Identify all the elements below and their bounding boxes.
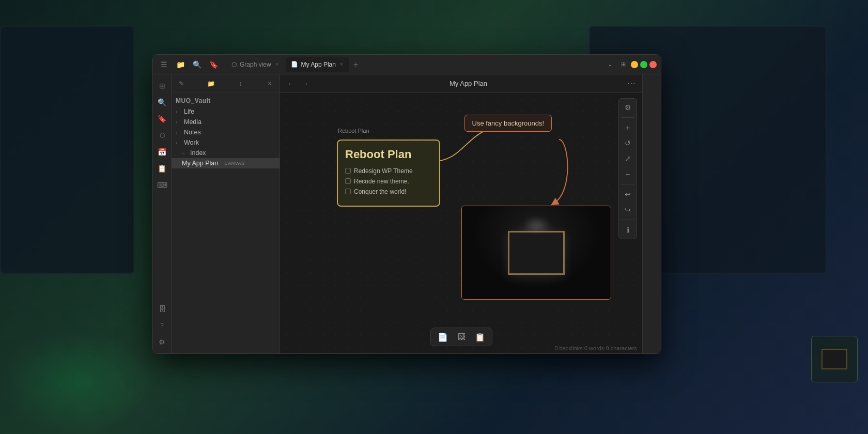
reboot-plan-card-label: Reboot Plan — [338, 128, 369, 134]
tab-plan-label: My App Plan — [301, 61, 336, 68]
search-header-icon[interactable]: 🔍 — [190, 58, 204, 71]
nav-bar: ← → My App Plan ⋯ — [280, 74, 642, 93]
title-bar-left: ☰ 📁 🔍 🔖 — [157, 58, 220, 71]
tree-item-notes[interactable]: › Notes — [172, 127, 280, 137]
tab-plan-icon: 📄 — [291, 61, 298, 68]
add-card-bottom-tool[interactable]: 📋 — [472, 330, 488, 344]
zoom-out-tool[interactable]: − — [621, 167, 634, 181]
reboot-plan-card-title: Reboot Plan — [345, 148, 432, 161]
more-options-button[interactable]: ⋯ — [626, 78, 637, 89]
bg-window-left — [0, 26, 134, 274]
sidebar-settings-icon[interactable]: ⚙ — [155, 335, 169, 349]
file-open-icon[interactable]: 📁 — [174, 58, 187, 71]
tab-add-button[interactable]: + — [350, 59, 362, 70]
maximize-button[interactable]: □ — [640, 61, 647, 68]
checkbox-item-3: Conquer the world! — [345, 188, 432, 195]
tree-item-media-label: Media — [184, 118, 202, 126]
checkbox-3[interactable] — [345, 189, 351, 194]
back-button[interactable]: ← — [285, 78, 297, 89]
reset-zoom-tool[interactable]: ↺ — [621, 136, 634, 150]
fancy-bg-text: Use fancy backgrounds! — [472, 119, 544, 127]
checkbox-2[interactable] — [345, 178, 351, 184]
sidebar-graph-icon[interactable]: ⬡ — [155, 128, 169, 143]
tree-item-work[interactable]: › Work — [172, 137, 280, 148]
file-tree-header: ✎ 📁 ↕ × — [172, 74, 280, 93]
info-tool[interactable]: ℹ — [621, 223, 634, 237]
tree-item-life[interactable]: › Life — [172, 106, 280, 117]
new-note-action[interactable]: ✎ — [176, 78, 187, 89]
split-view-button[interactable]: ⊞ — [617, 59, 629, 70]
tab-graph-view[interactable]: ⬡ Graph view × — [226, 57, 285, 72]
sort-action[interactable]: ↕ — [235, 78, 246, 89]
image-card-inner — [462, 206, 611, 299]
close-button[interactable]: × — [649, 61, 657, 68]
sidebar-terminal-icon[interactable]: ⌨ — [155, 178, 169, 192]
bookmark-header-icon[interactable]: 🔖 — [207, 58, 220, 71]
sidebar-help-icon[interactable]: ? — [155, 318, 169, 333]
undo-tool[interactable]: ↩ — [621, 188, 634, 201]
toolbar-divider-2 — [621, 184, 634, 184]
vault-root-label: MUO_Vault — [172, 95, 280, 106]
toolbar-divider-3 — [621, 220, 634, 220]
file-tree-content: MUO_Vault › Life › Media › Notes › Work — [172, 93, 280, 353]
fit-view-tool[interactable]: ⤢ — [621, 152, 634, 165]
minimize-button[interactable]: − — [631, 61, 638, 68]
fancy-bg-card[interactable]: Use fancy backgrounds! — [464, 115, 552, 132]
checkbox-label-3: Conquer the world! — [354, 188, 406, 195]
tree-item-life-label: Life — [184, 108, 194, 115]
tab-plan-close[interactable]: × — [339, 61, 344, 68]
sidebar-vault-icon[interactable]: 🗄 — [155, 302, 169, 316]
checkbox-item-1: Redesign WP Theme — [345, 167, 432, 175]
tree-item-plan-label: My App Plan — [182, 160, 218, 167]
checkbox-1[interactable] — [345, 168, 351, 174]
reboot-plan-card[interactable]: Reboot Plan Reboot Plan Redesign WP Them… — [337, 140, 440, 207]
toolbar-divider-1 — [621, 117, 634, 118]
tab-graph-close[interactable]: × — [274, 61, 280, 68]
redo-tool[interactable]: ↪ — [621, 203, 634, 216]
chevron-right-icon: › — [176, 130, 182, 135]
collapse-action[interactable]: × — [264, 78, 275, 89]
sidebar-calendar-icon[interactable]: 📅 — [155, 145, 169, 159]
tree-item-work-label: Work — [184, 139, 199, 146]
tabs-area: ⬡ Graph view × 📄 My App Plan × + — [226, 57, 602, 72]
checkbox-label-1: Redesign WP Theme — [354, 167, 413, 175]
sidebar-bookmark-icon[interactable]: 🔖 — [155, 112, 169, 126]
tree-item-my-app-plan[interactable]: My App Plan CANVAS — [172, 158, 280, 168]
checkbox-label-2: Recode new theme. — [354, 178, 409, 185]
chevron-right-icon: › — [176, 119, 182, 125]
window-body: ⊞ 🔍 🔖 ⬡ 📅 📋 ⌨ 🗄 ? ⚙ ✎ 📁 ↕ × MUO_Vault — [153, 74, 661, 353]
tree-item-index-label: Index — [190, 149, 206, 157]
status-text: 0 backlinks 0 words 0 characters — [554, 345, 637, 351]
tab-graph-label: Graph view — [240, 61, 271, 68]
status-bar: 0 backlinks 0 words 0 characters — [554, 345, 637, 351]
sidebar-search-icon[interactable]: 🔍 — [155, 95, 169, 110]
canvas-area[interactable]: Reboot Plan Reboot Plan Redesign WP Them… — [280, 93, 642, 353]
tree-item-notes-label: Notes — [184, 129, 201, 136]
obsidian-window: ☰ 📁 🔍 🔖 ⬡ Graph view × 📄 My App Plan × +… — [152, 54, 661, 354]
title-bar-right: ⌄ ⊞ − □ × — [604, 59, 657, 70]
tree-item-index[interactable]: − Index — [172, 148, 280, 158]
main-content: ← → My App Plan ⋯ — [280, 74, 642, 353]
add-media-bottom-tool[interactable]: 🖼 — [454, 330, 469, 344]
new-folder-action[interactable]: 📁 — [205, 78, 216, 89]
title-bar: ☰ 📁 🔍 🔖 ⬡ Graph view × 📄 My App Plan × +… — [153, 55, 661, 74]
chevron-right-icon: › — [176, 109, 182, 115]
tree-item-media[interactable]: › Media — [172, 117, 280, 127]
zoom-in-tool[interactable]: + — [621, 121, 634, 134]
forward-button[interactable]: → — [300, 78, 311, 89]
canvas-bottom-toolbar: 📄 🖼 📋 — [430, 328, 492, 346]
sidebar-toggle-button[interactable]: ⌄ — [604, 59, 615, 70]
tab-my-app-plan[interactable]: 📄 My App Plan × — [286, 57, 349, 72]
frame-art — [508, 231, 565, 275]
sidebar-toggle-icon[interactable]: ☰ — [157, 58, 171, 71]
nav-title: My App Plan — [314, 80, 623, 87]
sidebar-templates-icon[interactable]: 📋 — [155, 161, 169, 176]
image-card[interactable]: art_frame.png — [461, 206, 611, 300]
file-tree-panel: ✎ 📁 ↕ × MUO_Vault › Life › Media › Notes — [172, 74, 280, 353]
canvas-settings-tool[interactable]: ⚙ — [621, 101, 634, 114]
sidebar-files-icon[interactable]: ⊞ — [155, 79, 169, 93]
right-sidebar — [642, 74, 661, 353]
add-note-bottom-tool[interactable]: 📄 — [435, 330, 451, 344]
checkbox-item-2: Recode new theme. — [345, 178, 432, 185]
canvas-right-toolbar: ⚙ + ↺ ⤢ − ↩ ↪ ℹ — [618, 98, 637, 239]
